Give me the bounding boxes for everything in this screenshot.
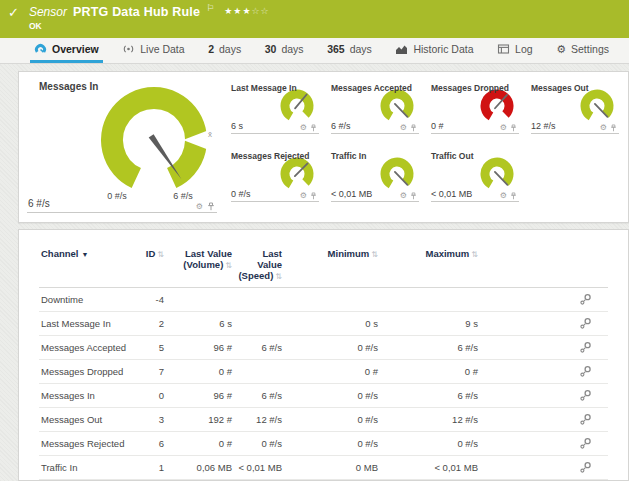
channel-row[interactable]: Messages In 0 96 # 6 #/s 0 #/s 6 #/s: [39, 384, 608, 408]
channel-settings-icon[interactable]: [579, 293, 592, 306]
flag-icon[interactable]: ⚐: [206, 3, 214, 13]
pin-icon[interactable]: [207, 202, 215, 211]
mini-gauge-value: < 0,01 MB: [431, 189, 472, 199]
column-label: ID: [146, 248, 156, 259]
column-header-maximum[interactable]: Maximum⇅: [380, 246, 480, 288]
mini-gauge-panel: Messages Out 12 #/s ⚙: [529, 76, 621, 142]
gear-icon[interactable]: ⚙: [600, 124, 607, 132]
gear-icon[interactable]: ⚙: [400, 192, 407, 200]
sensor-title: PRTG Data Hub Rule: [73, 5, 200, 19]
channel-row[interactable]: Downtime -4: [39, 288, 608, 312]
channel-maximum: [380, 288, 480, 312]
pin-icon[interactable]: [510, 192, 517, 200]
mini-gauge-panel: Traffic In < 0,01 MB ⚙: [329, 144, 421, 210]
channel-last-value-volume: 6 s: [166, 312, 234, 336]
sort-icon: ⇅: [225, 261, 232, 270]
gear-icon[interactable]: ⚙: [196, 203, 203, 211]
channel-last-value-speed: 0 #/s: [234, 432, 284, 456]
channel-last-value-volume: 192 #: [166, 408, 234, 432]
pin-icon[interactable]: [510, 124, 517, 132]
channel-row[interactable]: Messages Accepted 5 96 # 6 #/s 0 #/s 6 #…: [39, 336, 608, 360]
gear-icon[interactable]: ⚙: [300, 124, 307, 132]
channel-id: 7: [136, 360, 166, 384]
gear-icon[interactable]: ⚙: [500, 124, 507, 132]
pin-icon[interactable]: [310, 192, 317, 200]
gear-icon[interactable]: ⚙: [300, 192, 307, 200]
channels-table: Channel▼ ID⇅ Last Value (Volume)⇅ Last V…: [39, 246, 608, 481]
channel-row[interactable]: Messages Rejected 6 0 # 0 #/s 0 #/s 0 #/…: [39, 432, 608, 456]
gauge-marker-icon: x̂: [208, 130, 212, 139]
channel-settings-icon[interactable]: [579, 461, 592, 474]
channel-row[interactable]: Messages Out 3 192 # 12 #/s 0 #/s 12 #/s: [39, 408, 608, 432]
column-header-last-value-speed[interactable]: Last Value (Speed)⇅: [234, 246, 284, 288]
column-header-id[interactable]: ID⇅: [136, 246, 166, 288]
tab-historic-data[interactable]: Historic Data: [391, 38, 477, 63]
tab-label: days: [350, 43, 372, 55]
gear-icon[interactable]: ⚙: [400, 124, 407, 132]
log-icon: [497, 43, 510, 55]
column-label: Channel: [41, 248, 78, 259]
tab-days[interactable]: 365days: [323, 38, 376, 63]
pin-icon[interactable]: [310, 124, 317, 132]
priority-stars[interactable]: ★★★☆☆: [224, 6, 268, 16]
channel-row[interactable]: Last Message In 2 6 s 0 s 9 s: [39, 312, 608, 336]
divider: [531, 133, 619, 134]
mini-gauge-value: 0 #: [431, 121, 444, 131]
channel-minimum: 0 #/s: [284, 432, 380, 456]
tab-days[interactable]: 2days: [204, 38, 245, 63]
channel-row[interactable]: Messages Dropped 7 0 # 0 # 0 #: [39, 360, 608, 384]
channel-row[interactable]: Traffic In 1 0,06 MB < 0,01 MB 0 MB < 0,…: [39, 456, 608, 480]
channel-settings-icon[interactable]: [579, 317, 592, 330]
tab-live-data[interactable]: Live Data: [118, 38, 188, 63]
tab-label: Settings: [571, 43, 609, 55]
tab-log[interactable]: Log: [493, 38, 537, 63]
tab-number: 30: [265, 43, 277, 55]
table-body: Downtime -4 Last Message In 2 6 s 0 s 9 …: [39, 288, 608, 481]
tab-bar: OverviewLive Data2days30days365daysHisto…: [0, 38, 629, 64]
pin-icon[interactable]: [410, 124, 417, 132]
star-icon[interactable]: ★: [224, 6, 232, 16]
column-header-minimum[interactable]: Minimum⇅: [284, 246, 380, 288]
channel-settings-icon[interactable]: [579, 389, 592, 402]
mini-gauge-panel: Messages Dropped 0 # ⚙: [429, 76, 521, 142]
channel-id: 3: [136, 408, 166, 432]
channel-last-value-volume: [166, 288, 234, 312]
star-icon[interactable]: ☆: [251, 6, 259, 16]
channel-settings-icon[interactable]: [579, 437, 592, 450]
tab-days[interactable]: 30days: [261, 38, 308, 63]
channel-last-value-volume: 0 #: [166, 432, 234, 456]
channel-minimum: 0 s: [284, 312, 380, 336]
gear-icon[interactable]: ⚙: [500, 192, 507, 200]
tab-label: Live Data: [140, 43, 184, 55]
channel-settings-icon[interactable]: [579, 365, 592, 378]
channel-name: Last Message In: [39, 312, 136, 336]
channel-settings-icon[interactable]: [579, 341, 592, 354]
channel-maximum: 0 #/s: [380, 432, 480, 456]
pin-icon[interactable]: [610, 124, 617, 132]
gauge-icon: [34, 43, 47, 55]
star-icon[interactable]: ☆: [261, 6, 269, 16]
channel-id: 5: [136, 336, 166, 360]
channel-id: 1: [136, 456, 166, 480]
channel-maximum: < 0,01 MB: [380, 456, 480, 480]
status-check-icon: ✓: [8, 6, 19, 19]
column-header-channel[interactable]: Channel▼: [39, 246, 136, 288]
sort-icon: ⇅: [157, 250, 164, 259]
star-icon[interactable]: ★: [242, 6, 250, 16]
mini-gauge: [473, 153, 519, 193]
mini-gauge-title: Last Message In: [231, 83, 297, 93]
column-header-last-value-volume[interactable]: Last Value (Volume)⇅: [166, 246, 234, 288]
mini-gauge-title: Traffic Out: [431, 151, 474, 161]
channel-last-value-speed: [234, 360, 284, 384]
mini-gauge-value: 12 #/s: [531, 121, 556, 131]
star-icon[interactable]: ★: [233, 6, 241, 16]
channel-maximum: 9 s: [380, 312, 480, 336]
historic-icon: [395, 43, 408, 55]
divider: [331, 201, 419, 202]
tab-overview[interactable]: Overview: [30, 38, 103, 63]
tab-settings[interactable]: ⚙Settings: [552, 38, 613, 63]
divider: [231, 201, 319, 202]
sensor-header-bar: ✓ Sensor PRTG Data Hub Rule ⚐ ★★★☆☆ OK: [0, 0, 629, 38]
pin-icon[interactable]: [410, 192, 417, 200]
channel-settings-icon[interactable]: [579, 413, 592, 426]
